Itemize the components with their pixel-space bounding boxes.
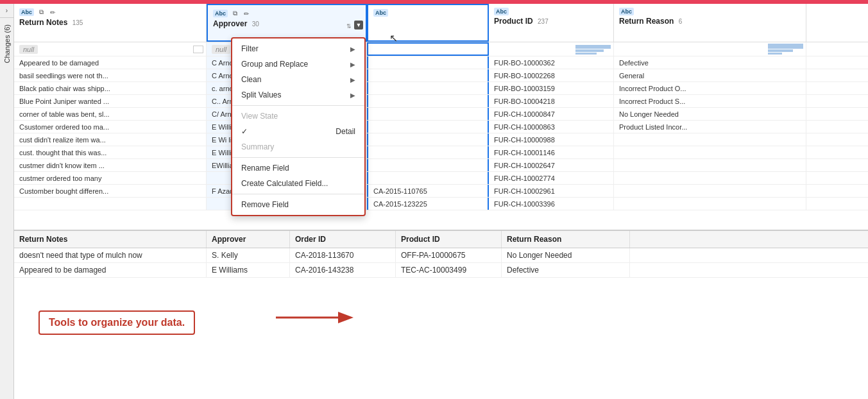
bottom-cell-approver-1: E Williams (207, 263, 290, 277)
null-checkbox-return-notes[interactable] (193, 46, 203, 53)
col-count-product-id: 237 (538, 18, 549, 25)
col-header-top-return-reason: Abc (619, 8, 801, 15)
null-cell-return-reason (614, 42, 806, 56)
sidebar-toggle[interactable]: › (0, 4, 13, 18)
col-type-order-id: Abc (373, 9, 388, 17)
menu-item-split-values-label: Split Values (241, 90, 281, 99)
menu-separator-3 (232, 194, 364, 194)
menu-item-clean-label: Clean (241, 75, 261, 84)
bottom-table: Return Notes Approver Order ID Product I… (14, 230, 868, 278)
cell-order-id-9 (367, 172, 489, 184)
col-title-return-notes: Return Notes 135 (19, 18, 201, 27)
cell-return-notes-6: cust didn't realize item wa... (14, 133, 207, 146)
col-copy-icon-approver[interactable]: ⧉ (230, 9, 239, 18)
cell-return-reason-2: Incorrect Product O... (614, 82, 806, 94)
menu-check-detail: ✓ (241, 127, 248, 136)
cell-order-id-8 (367, 159, 489, 171)
cell-return-reason-5: Product Listed Incor... (614, 121, 806, 133)
col-count-return-reason: 6 (679, 18, 683, 25)
bottom-col-return-notes: Return Notes (14, 231, 207, 248)
bottom-cell-pid-1: TEC-AC-10003499 (396, 263, 502, 277)
col-title-text-approver: Approver (213, 19, 247, 28)
col-header-top-product-id: Abc (494, 8, 608, 15)
table-row: CA-2015-123225 FUR-CH-10003396 (14, 198, 868, 210)
table-row: Appeared to be damaged C Arnold FUR-BO-1… (14, 56, 868, 69)
menu-item-detail[interactable]: ✓ Detail (232, 124, 364, 139)
col-edit-icon-return-notes[interactable]: ✏ (48, 8, 57, 17)
cell-return-notes-2: Black patio chair was shipp... (14, 82, 207, 94)
menu-item-remove-field-label: Remove Field (241, 200, 289, 209)
table-row: custmer ordered too many FUR-CH-10002774 (14, 172, 868, 185)
menu-item-detail-label: Detail (336, 127, 355, 136)
menu-item-split-values[interactable]: Split Values ▶ (232, 87, 364, 103)
cell-return-notes-5: Csustomer ordered too ma... (14, 121, 207, 133)
cell-order-id-2 (367, 82, 489, 94)
col-menu-btn-approver[interactable]: ▼ (354, 21, 363, 30)
menu-item-rename-field[interactable]: Rename Field (232, 160, 364, 176)
cell-product-id-1: FUR-BO-10002268 (489, 69, 614, 81)
cell-return-reason-6 (614, 133, 806, 146)
cell-return-reason-1: General (614, 69, 806, 81)
table-row: Customber bought differen... F Azad CA-2… (14, 185, 868, 198)
col-header-approver: Abc ⧉ ✏ Approver 30 ⇅ ▼ (207, 4, 367, 42)
cell-return-notes-10: Customber bought differen... (14, 185, 207, 197)
table-row: Blue Point Juniper wanted ... C.. Arnold… (14, 95, 868, 108)
menu-item-clean[interactable]: Clean ▶ (232, 72, 364, 87)
table-row: custmer didn't know item ... EWilliams F… (14, 159, 868, 172)
bottom-table-header: Return Notes Approver Order ID Product I… (14, 231, 868, 248)
tooltip-text: Tools to organize your data. (38, 310, 195, 335)
menu-arrow-split-values: ▶ (350, 92, 355, 99)
col-header-top-order-id: Abc (373, 9, 482, 17)
cell-order-id-6 (367, 133, 489, 146)
menu-item-summary-label: Summary (241, 142, 274, 151)
menu-item-group-replace[interactable]: Group and Replace ▶ (232, 56, 364, 72)
content-area: Abc ⧉ ✏ Return Notes 135 Abc ⧉ ✏ (14, 4, 868, 399)
grid-area: Abc ⧉ ✏ Return Notes 135 Abc ⧉ ✏ (14, 4, 868, 399)
bottom-cell-oid-0: CA-2018-113670 (290, 248, 396, 262)
menu-arrow-filter: ▶ (350, 46, 355, 53)
bottom-cell-rn-0: doesn't need that type of mulch now (14, 248, 207, 262)
bottom-col-approver: Approver (207, 231, 290, 248)
col-header-top-return-notes: Abc ⧉ ✏ (19, 8, 201, 17)
null-cell-order-id (367, 42, 489, 56)
cell-product-id-10: FUR-CH-10002961 (489, 185, 614, 197)
col-title-text-product-id: Product ID (494, 17, 533, 26)
bottom-cell-rr-1: Defective (502, 263, 630, 277)
col-header-return-reason: Abc Return Reason 6 (614, 4, 806, 42)
menu-separator-2 (232, 157, 364, 158)
cell-return-reason-10 (614, 185, 806, 197)
cell-product-id-8: FUR-CH-10002647 (489, 159, 614, 171)
cell-product-id-3: FUR-BO-10004218 (489, 95, 614, 107)
cell-order-id-1 (367, 69, 489, 81)
col-sort-approver[interactable]: ⇅ (346, 23, 352, 30)
col-copy-icon-return-notes[interactable]: ⧉ (37, 8, 46, 17)
bottom-table-row: doesn't need that type of mulch now S. K… (14, 248, 868, 263)
col-title-text-return-notes: Return Notes (19, 18, 67, 27)
cell-product-id-4: FUR-CH-10000847 (489, 108, 614, 120)
col-title-approver: Approver 30 (213, 19, 361, 28)
menu-item-filter[interactable]: Filter ▶ (232, 41, 364, 56)
menu-item-rename-field-label: Rename Field (241, 164, 289, 173)
bottom-col-return-reason: Return Reason (502, 231, 630, 248)
null-tag-approver: null (212, 45, 230, 54)
col-title-text-return-reason: Return Reason (619, 17, 674, 26)
menu-separator-1 (232, 105, 364, 106)
cell-return-notes-9: custmer ordered too many (14, 172, 207, 184)
bottom-cell-pid-0: OFF-PA-10000675 (396, 248, 502, 262)
cell-return-notes-4: corner of table was bent, sl... (14, 108, 207, 120)
col-type-return-reason: Abc (619, 8, 634, 15)
col-edit-icon-approver[interactable]: ✏ (242, 9, 251, 18)
cell-return-notes-0: Appeared to be damaged (14, 56, 207, 69)
table-row: Csustomer ordered too ma... E Williams F… (14, 121, 868, 133)
cell-order-id-0 (367, 56, 489, 69)
cell-return-reason-9 (614, 172, 806, 184)
bottom-cell-oid-1: CA-2016-143238 (290, 263, 396, 277)
cell-order-id-10: CA-2015-110765 (367, 185, 489, 197)
menu-item-remove-field[interactable]: Remove Field (232, 197, 364, 212)
sidebar-changes-label[interactable]: Changes (6) (3, 24, 11, 64)
menu-arrow-group-replace: ▶ (350, 61, 355, 68)
product-sparkline (575, 44, 611, 55)
cell-return-notes-8: custmer didn't know item ... (14, 159, 207, 171)
table-row: Black patio chair was shipp... c. arnold… (14, 82, 868, 95)
menu-item-create-calc-field[interactable]: Create Calculated Field... (232, 176, 364, 191)
